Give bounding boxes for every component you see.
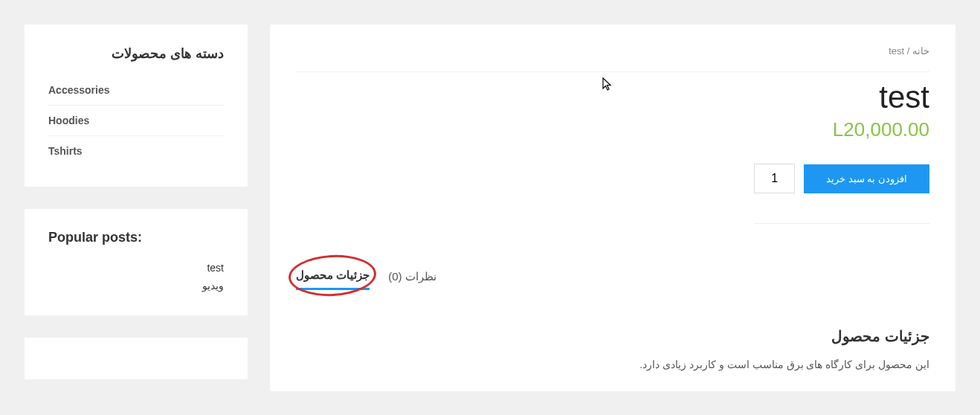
popular-post-link-video[interactable]: ویدیو xyxy=(48,277,224,295)
product-title: test xyxy=(879,80,929,115)
category-item-tshirts[interactable]: Tshirts xyxy=(48,136,224,166)
product-price: L20,000.00 xyxy=(833,118,929,141)
breadcrumb: خانه / test xyxy=(296,45,929,72)
category-item-accessories[interactable]: Accessories xyxy=(48,75,224,106)
popular-posts-title: Popular posts: xyxy=(48,230,224,245)
category-item-hoodies[interactable]: Hoodies xyxy=(48,106,224,136)
categories-title: دسته های محصولات xyxy=(48,45,224,62)
tab-details[interactable]: جزئیات محصول xyxy=(296,268,370,290)
product-main: خانه / test test L20,000.00 افزودن به سب… xyxy=(270,25,955,391)
details-heading: جزئیات محصول xyxy=(296,327,929,345)
widget-placeholder xyxy=(25,338,248,379)
popular-post-link-test[interactable]: test xyxy=(48,259,224,277)
add-to-cart-button[interactable]: افزودن به سبد خرید xyxy=(804,164,929,193)
breadcrumb-current: test xyxy=(889,45,904,57)
category-list: Accessories Hoodies Tshirts xyxy=(48,75,224,166)
details-body: این محصول برای کارگاه های برق مناسب است … xyxy=(296,358,929,370)
breadcrumb-home[interactable]: خانه xyxy=(912,45,929,57)
categories-widget: دسته های محصولات Accessories Hoodies Tsh… xyxy=(25,25,248,187)
product-tabs: جزئیات محصول نظرات (0) xyxy=(296,268,929,290)
popular-posts-widget: Popular posts: test ویدیو xyxy=(25,209,248,315)
quantity-input[interactable] xyxy=(754,164,795,193)
tab-reviews[interactable]: نظرات (0) xyxy=(388,270,436,289)
breadcrumb-sep: / xyxy=(904,45,912,57)
